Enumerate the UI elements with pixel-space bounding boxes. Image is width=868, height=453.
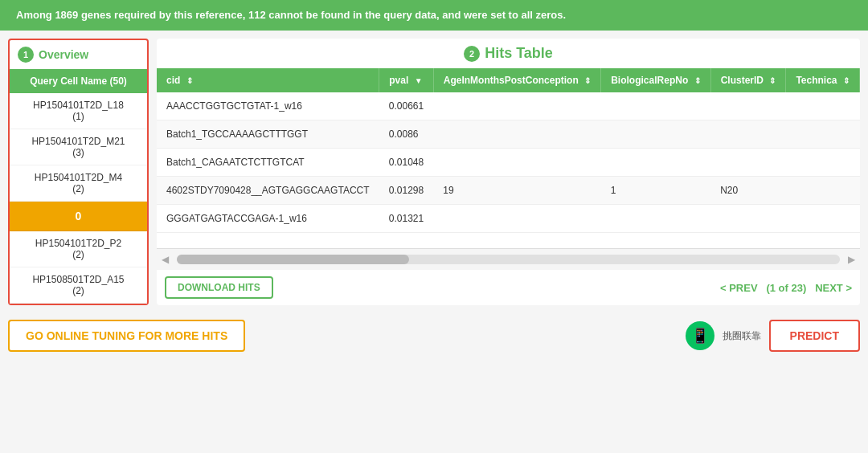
hits-panel: 2 Hits Table cid ⇕ pval ▼ AgeInMonthsPos… [157, 39, 860, 305]
predict-button[interactable]: PREDICT [769, 320, 860, 352]
cell-item[interactable]: HP1508501T2D_A15(2) [10, 267, 147, 304]
cell-cluster [710, 92, 786, 120]
cell-tech [786, 149, 860, 177]
cell-tech [786, 205, 860, 233]
cell-item[interactable]: HP1504101T2D_L18(1) [10, 93, 147, 129]
cell-bio [601, 120, 710, 149]
table-row: AAACCTGGTGCTGTAT-1_w16 0.00661 [157, 92, 860, 120]
alert-banner: Among 1869 genes required by this refere… [0, 0, 868, 31]
bottom-row: GO ONLINE TUNING FOR MORE HITS 📱 挑圈联靠 PR… [0, 313, 868, 358]
cell-cluster [710, 120, 786, 149]
go-online-button[interactable]: GO ONLINE TUNING FOR MORE HITS [8, 320, 245, 352]
query-cell-header: Query Cell Name (50) [10, 69, 147, 93]
footer-row: DOWNLOAD HITS < PREV (1 of 23) NEXT > [157, 270, 860, 305]
prev-button[interactable]: < PREV [720, 282, 758, 294]
scrollbar-track[interactable] [177, 255, 840, 264]
cell-tech [786, 177, 860, 205]
cell-cid: 4602STDY7090428__AGTGAGGCAAGTACCT [157, 177, 379, 205]
cell-pval: 0.01298 [379, 177, 433, 205]
overview-header: 1 Overview [10, 40, 147, 69]
page-info: (1 of 23) [766, 282, 806, 294]
cell-item[interactable]: HP1504101T2D_M21(3) [10, 129, 147, 165]
col-age[interactable]: AgeInMonthsPostConception ⇕ [433, 68, 600, 92]
cell-cid: Batch1_TGCCAAAAGCTTTGGT [157, 120, 379, 149]
cell-age [433, 205, 600, 233]
pagination: < PREV (1 of 23) NEXT > [720, 282, 852, 294]
cell-cid: GGGATGAGTACCGAGA-1_w16 [157, 205, 379, 233]
scroll-left-icon[interactable]: ◀ [157, 252, 174, 267]
horizontal-scrollbar[interactable]: ◀ ▶ [157, 248, 860, 270]
cell-age [433, 92, 600, 120]
cell-item[interactable]: HP1504101T2D_P2(2) [10, 231, 147, 267]
col-pval[interactable]: pval ▼ [379, 68, 433, 92]
cell-tech [786, 120, 860, 149]
download-hits-button[interactable]: DOWNLOAD HITS [165, 276, 273, 299]
scroll-right-icon[interactable]: ▶ [843, 252, 860, 267]
wechat-label: 挑圈联靠 [723, 329, 761, 343]
cell-item-selected[interactable]: 0 [10, 202, 147, 231]
cell-bio [601, 92, 710, 120]
wechat-icon: 📱 [686, 321, 714, 350]
table-row: GGGATGAGTACCGAGA-1_w16 0.01321 [157, 205, 860, 233]
cell-pval: 0.0086 [379, 120, 433, 149]
cell-cid: Batch1_CAGAATCTCTTGTCAT [157, 149, 379, 177]
cell-cluster [710, 205, 786, 233]
scrollbar-thumb[interactable] [177, 255, 409, 264]
cell-pval: 0.00661 [379, 92, 433, 120]
cell-cluster [710, 149, 786, 177]
overview-title: Overview [39, 48, 88, 61]
table-row: Batch1_TGCCAAAAGCTTTGGT 0.0086 [157, 120, 860, 149]
hits-header: 2 Hits Table [157, 39, 860, 68]
col-bio[interactable]: BiologicalRepNo ⇕ [601, 68, 710, 92]
table-row: 4602STDY7090428__AGTGAGGCAAGTACCT 0.0129… [157, 177, 860, 205]
next-button[interactable]: NEXT > [815, 282, 852, 294]
overview-badge: 1 [18, 47, 34, 63]
cell-age: 19 [433, 177, 600, 205]
hits-table-wrapper: cid ⇕ pval ▼ AgeInMonthsPostConception ⇕… [157, 68, 860, 248]
hits-badge: 2 [464, 46, 480, 62]
cell-bio [601, 149, 710, 177]
overview-panel: 1 Overview Query Cell Name (50) HP150410… [8, 39, 149, 305]
col-cid[interactable]: cid ⇕ [157, 68, 379, 92]
cell-cluster: N20 [710, 177, 786, 205]
cell-bio: 1 [601, 177, 710, 205]
cell-pval: 0.01321 [379, 205, 433, 233]
cell-bio [601, 205, 710, 233]
cell-item[interactable]: HP1504101T2D_M4(2) [10, 165, 147, 202]
table-row: Batch1_CAGAATCTCTTGTCAT 0.01048 [157, 149, 860, 177]
col-tech[interactable]: Technica ⇕ [786, 68, 860, 92]
cell-age [433, 149, 600, 177]
hits-title: Hits Table [485, 45, 553, 62]
hits-table: cid ⇕ pval ▼ AgeInMonthsPostConception ⇕… [157, 68, 860, 233]
cell-age [433, 120, 600, 149]
cell-tech [786, 92, 860, 120]
cell-cid: AAACCTGGTGCTGTAT-1_w16 [157, 92, 379, 120]
cell-pval: 0.01048 [379, 149, 433, 177]
col-cluster[interactable]: ClusterID ⇕ [710, 68, 786, 92]
